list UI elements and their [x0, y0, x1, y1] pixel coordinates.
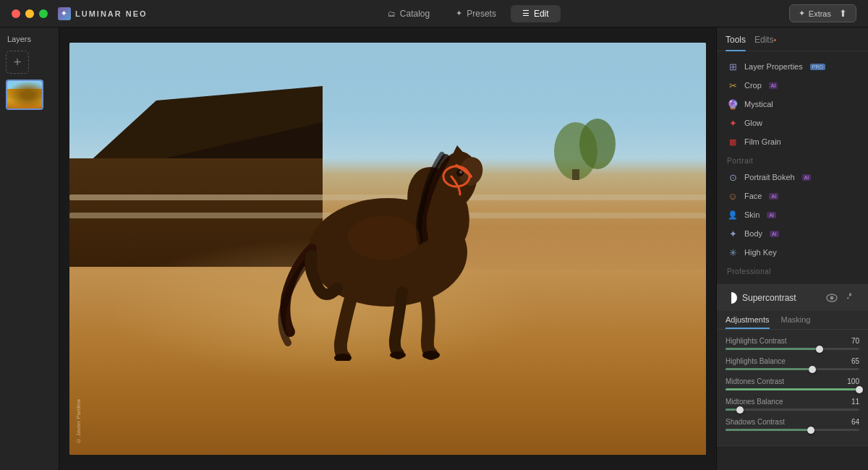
- tab-tools[interactable]: Tools: [726, 35, 746, 51]
- supercontrast-reset-button[interactable]: [845, 291, 859, 305]
- svg-point-17: [579, 119, 616, 169]
- professional-section-label: Professional: [717, 262, 868, 278]
- ai-badge: AI: [769, 82, 778, 89]
- pro-badge: PRO: [810, 64, 825, 70]
- nav-tabs: 🗂 Catalog ✦ Presets ☰ Edit: [376, 5, 561, 22]
- supercontrast-actions: [825, 291, 859, 305]
- midtones-balance-thumb[interactable]: [736, 406, 744, 414]
- svg-marker-10: [451, 145, 466, 157]
- presets-icon: ✦: [456, 9, 462, 18]
- add-layer-button[interactable]: +: [6, 51, 29, 74]
- shadows-contrast-fill: [726, 429, 811, 431]
- body-icon: ✦: [727, 228, 739, 239]
- midtones-contrast-fill: [726, 388, 859, 390]
- layer-thumb-preview: [7, 81, 42, 108]
- highlights-contrast-value: 70: [851, 337, 859, 345]
- tool-list: ⊞ Layer Properties PRO ✂ Crop AI 🔮 Mysti…: [717, 51, 868, 284]
- highlights-balance-track[interactable]: [726, 368, 859, 370]
- share-icon: ⬆: [839, 8, 847, 19]
- tool-high-key[interactable]: ✳ High Key: [717, 243, 868, 262]
- app-logo: ✦ LUMINAR NEO: [58, 7, 148, 20]
- tool-face[interactable]: ☺ Face AI: [717, 187, 868, 205]
- photo-credit: © Javier Pardina: [75, 399, 82, 444]
- layers-panel: Layers +: [0, 27, 59, 470]
- highlights-contrast-fill: [726, 348, 820, 350]
- highlights-contrast-thumb[interactable]: [816, 346, 823, 353]
- nav-catalog[interactable]: 🗂 Catalog: [376, 5, 441, 22]
- high-key-icon: ✳: [727, 247, 739, 258]
- midtones-balance-track[interactable]: [726, 409, 859, 411]
- tool-mystical[interactable]: 🔮 Mystical: [717, 95, 868, 114]
- tool-crop[interactable]: ✂ Crop AI: [717, 76, 868, 95]
- horse-svg: [272, 137, 503, 361]
- shadows-contrast-label: Shadows Contrast: [726, 418, 785, 426]
- catalog-icon: 🗂: [388, 9, 396, 18]
- svg-rect-18: [572, 169, 579, 180]
- highlights-balance-label: Highlights Balance: [726, 357, 786, 365]
- canvas-area: © Javier Pardina: [59, 27, 716, 470]
- mystical-icon: 🔮: [727, 98, 739, 110]
- app-name: LUMINAR NEO: [75, 9, 148, 18]
- minimize-button[interactable]: [25, 9, 34, 18]
- portrait-bokeh-icon: ⊙: [727, 171, 739, 183]
- tool-glow[interactable]: ✦ Glow: [717, 114, 868, 132]
- highlights-balance-fill: [726, 368, 812, 370]
- crop-icon: ✂: [727, 80, 739, 91]
- svg-point-20: [830, 296, 834, 300]
- highlights-contrast-label: Highlights Contrast: [726, 337, 786, 345]
- tool-skin[interactable]: 👤 Skin AI: [717, 205, 868, 224]
- midtones-contrast-label: Midtones Contrast: [726, 377, 784, 385]
- highlights-balance-thumb[interactable]: [809, 366, 816, 373]
- slider-shadows-contrast: Shadows Contrast 64: [726, 418, 859, 431]
- supercontrast-eye-button[interactable]: [825, 291, 839, 305]
- highlights-balance-value: 65: [851, 357, 859, 365]
- supercontrast-content: Highlights Contrast 70 Highlights Balanc…: [717, 330, 868, 445]
- glow-icon: ✦: [727, 117, 739, 129]
- extras-icon: ✦: [799, 9, 805, 18]
- extras-button[interactable]: ✦ Extras ⬆: [789, 4, 856, 22]
- supercontrast-label: Supercontrast: [742, 293, 796, 303]
- close-button[interactable]: [12, 9, 20, 18]
- svg-point-15: [348, 216, 420, 260]
- logo-icon: ✦: [58, 7, 71, 20]
- right-panel: Tools Edits• ⊞ Layer Properties PRO ✂ Cr…: [716, 27, 868, 470]
- midtones-contrast-value: 100: [847, 377, 859, 385]
- tool-portrait-bokeh[interactable]: ⊙ Portrait Bokeh AI: [717, 168, 868, 187]
- main-layout: Layers +: [0, 27, 868, 470]
- highlights-contrast-track[interactable]: [726, 348, 859, 350]
- maximize-button[interactable]: [39, 9, 48, 18]
- layers-title: Layers: [6, 35, 53, 43]
- ai-badge-bokeh: AI: [802, 174, 812, 181]
- shadows-contrast-track[interactable]: [726, 429, 859, 431]
- skin-icon: 👤: [727, 209, 739, 221]
- tool-body[interactable]: ✦ Body AI: [717, 224, 868, 243]
- horse-photo: © Javier Pardina: [69, 43, 706, 455]
- slider-midtones-contrast: Midtones Contrast 100: [726, 377, 859, 390]
- svg-point-12: [422, 351, 440, 359]
- tool-film-grain[interactable]: ▩ Film Grain: [717, 132, 868, 151]
- layer-thumbnail[interactable]: [6, 80, 43, 110]
- reset-icon: [847, 293, 857, 303]
- tool-layer-properties[interactable]: ⊞ Layer Properties PRO: [717, 57, 868, 76]
- vegetation: [547, 108, 634, 180]
- midtones-balance-value: 11: [851, 398, 859, 406]
- photo-container: © Javier Pardina: [59, 27, 716, 470]
- traffic-lights: [12, 9, 48, 18]
- sc-tab-adjustments[interactable]: Adjustments: [726, 315, 770, 329]
- ai-badge-face: AI: [769, 193, 778, 200]
- film-grain-icon: ▩: [727, 136, 739, 148]
- nav-presets[interactable]: ✦ Presets: [444, 5, 508, 22]
- midtones-contrast-track[interactable]: [726, 388, 859, 390]
- supercontrast-header: Supercontrast: [717, 285, 868, 311]
- sc-tab-masking[interactable]: Masking: [781, 315, 811, 329]
- nav-edit[interactable]: ☰ Edit: [511, 5, 561, 22]
- supercontrast-panel: Supercontrast: [717, 284, 868, 446]
- portrait-section-label: Portrait: [717, 151, 868, 168]
- supercontrast-icon: [726, 292, 737, 304]
- shadows-contrast-thumb[interactable]: [807, 427, 814, 434]
- tab-edits[interactable]: Edits•: [754, 35, 776, 51]
- svg-point-13: [390, 351, 406, 359]
- titlebar: ✦ LUMINAR NEO 🗂 Catalog ✦ Presets ☰ Edit…: [0, 0, 868, 27]
- midtones-contrast-thumb[interactable]: [856, 386, 863, 393]
- slider-highlights-contrast: Highlights Contrast 70: [726, 337, 859, 350]
